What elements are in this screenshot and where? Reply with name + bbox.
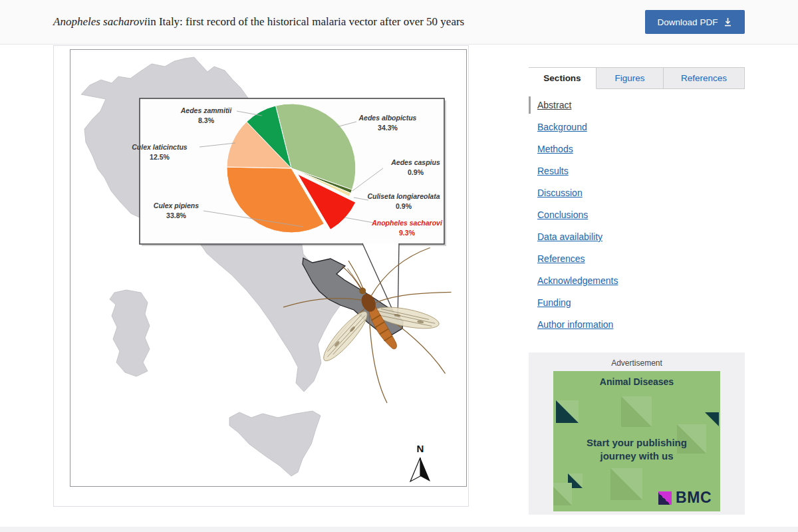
download-icon xyxy=(724,17,732,27)
section-link[interactable]: Background xyxy=(537,120,587,134)
pie-label-value: 9.3% xyxy=(399,229,416,237)
bmc-logo-icon xyxy=(658,491,672,505)
sidebar-tab[interactable]: Sections xyxy=(529,67,597,89)
page-title: Anopheles sacharovi in Italy: first reco… xyxy=(53,0,464,44)
section-link[interactable]: Conclusions xyxy=(537,208,588,221)
section-link[interactable]: Discussion xyxy=(537,186,583,200)
pie-label-name: Aedes albopictus xyxy=(358,114,417,122)
footer-strip xyxy=(0,527,798,532)
pie-label-name: Culiseta longiareolata xyxy=(367,192,440,200)
section-links: AbstractBackgroundMethodsResultsDiscussi… xyxy=(529,98,745,331)
fold-decoration xyxy=(556,400,579,423)
fold-decoration xyxy=(610,468,642,500)
pie-label-value: 12.5% xyxy=(150,153,170,161)
north-arrow-label: N xyxy=(417,443,424,454)
sidebar-tab-label: Sections xyxy=(543,73,581,83)
section-link[interactable]: Author information xyxy=(537,318,613,331)
section-link[interactable]: Abstract xyxy=(537,98,571,112)
pie-label-name: Culex pipiens xyxy=(154,201,199,209)
pie-label-value: 33.8% xyxy=(166,211,186,219)
advertisement-banner[interactable]: Animal Diseases Start your publishing jo… xyxy=(553,371,720,511)
sidebar-tabs: Sections Figures References xyxy=(529,67,745,89)
fold-decoration xyxy=(705,412,719,426)
advertisement-panel: Advertisement Animal Diseases Start your… xyxy=(529,352,745,515)
figure-image: Aedes albopictus34.3%Aedes caspius0.9%Cu… xyxy=(70,50,466,485)
figure-card: Aedes albopictus34.3%Aedes caspius0.9%Cu… xyxy=(53,45,469,507)
section-link[interactable]: Data availability xyxy=(537,230,602,243)
pie-label-name: Aedes zammitii xyxy=(180,106,233,114)
north-arrow: N xyxy=(410,443,430,481)
bmc-logo-text: BMC xyxy=(676,489,712,507)
pie-label-name: Anopheles sacharovi xyxy=(371,219,443,227)
download-pdf-button[interactable]: Download PDF xyxy=(645,10,745,34)
page-title-species: Anopheles sacharovi xyxy=(53,15,147,29)
fold-decoration xyxy=(621,396,652,427)
sardinia-island xyxy=(110,290,150,376)
download-pdf-label: Download PDF xyxy=(658,17,718,27)
advertisement-label: Advertisement xyxy=(529,352,745,368)
pie-label-name: Culex laticinctus xyxy=(132,143,188,151)
ad-tagline: Start your publishing journey with us xyxy=(553,436,720,463)
section-link[interactable]: Methods xyxy=(537,142,573,156)
pie-label-value: 8.3% xyxy=(198,116,215,124)
pie-label-name: Aedes caspius xyxy=(390,158,440,166)
page-title-rest: in Italy: first record of the historical… xyxy=(147,15,464,29)
sidebar-tab[interactable]: References xyxy=(664,67,745,89)
section-link[interactable]: Acknowledgements xyxy=(537,274,618,287)
sidebar-tab[interactable]: Figures xyxy=(597,67,664,89)
sidebar: Sections Figures References AbstractBack… xyxy=(529,67,745,340)
pie-label-value: 0.9% xyxy=(408,168,424,176)
sidebar-tab-label: Figures xyxy=(614,73,644,83)
sicily-island xyxy=(229,411,321,476)
top-bar: Anopheles sacharovi in Italy: first reco… xyxy=(0,0,798,45)
section-link[interactable]: Funding xyxy=(537,296,571,309)
pie-label-value: 0.9% xyxy=(396,202,412,210)
bmc-logo: BMC xyxy=(658,489,712,507)
section-link[interactable]: Results xyxy=(537,164,569,178)
fold-decoration xyxy=(553,483,572,505)
figure-map-frame: Aedes albopictus34.3%Aedes caspius0.9%Cu… xyxy=(70,49,467,487)
pie-label-value: 34.3% xyxy=(378,124,398,132)
sidebar-tab-label: References xyxy=(681,73,727,83)
ad-journal-title: Animal Diseases xyxy=(553,376,720,387)
section-link[interactable]: References xyxy=(537,252,585,265)
